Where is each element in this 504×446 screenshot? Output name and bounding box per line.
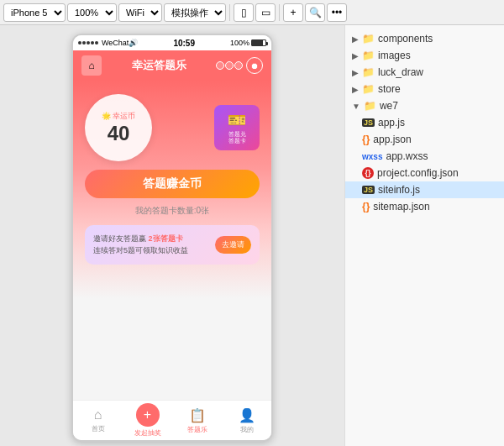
home-nav-label: 首页 xyxy=(92,424,105,433)
folder-icon: 📁 xyxy=(362,83,375,95)
promo-text: 邀请好友答题赢 2张答题卡 连续答对5题可领取知识收益 xyxy=(93,233,188,256)
time-display: 10:59 xyxy=(173,39,195,48)
lottery-nav-label: 发起抽奖 xyxy=(134,428,161,438)
folder-name: components xyxy=(378,33,433,45)
nav-home-button[interactable]: ⌂ xyxy=(81,55,102,76)
wxss-icon: wxss xyxy=(362,152,382,161)
home-nav-icon: ⌂ xyxy=(94,407,102,422)
promo-highlight: 2张答题卡 xyxy=(149,234,183,243)
file-app-json[interactable]: {} app.json xyxy=(345,131,504,148)
carrier-label: WeChat🔊 xyxy=(102,39,138,47)
quiz-nav-icon: 📋 xyxy=(189,407,206,423)
js-icon: JS xyxy=(362,186,375,194)
divider-2 xyxy=(279,4,280,21)
coin-label: 🌟 幸运币 xyxy=(102,111,136,122)
folder-name: store xyxy=(378,83,401,95)
config-icon: {} xyxy=(362,167,374,179)
status-right: 100% xyxy=(230,39,266,47)
mode-select[interactable]: 模拟操作 xyxy=(164,3,226,22)
home-icon: ⌂ xyxy=(88,60,94,71)
promo-line1: 邀请好友答题赢 xyxy=(93,234,146,243)
nav-title: 幸运答题乐 xyxy=(132,58,186,73)
js-icon: JS xyxy=(362,118,375,127)
folder-icon: 📁 xyxy=(362,33,375,45)
arrow-icon: ▶ xyxy=(352,34,359,44)
nav-right-controls: ⏺ xyxy=(216,57,263,74)
coin-section: 🌟 幸运币 40 🎫 答题兑答题卡 xyxy=(85,94,260,161)
folder-icon: 📁 xyxy=(362,66,375,78)
main-area: WeChat🔊 10:59 100% ⌂ 幸运答题乐 xyxy=(0,25,504,446)
top-toolbar: iPhone 5 100% WiFi 模拟操作 ▯ ▭ + 🔍 ••• xyxy=(0,0,504,25)
file-siteinfo-js[interactable]: JS siteinfo.js xyxy=(345,181,504,198)
file-tree-sidebar: ▶ 📁 components ▶ 📁 images ▶ 📁 luck_draw … xyxy=(344,25,504,446)
card-icon-graphic: 🎫 xyxy=(228,111,246,129)
nav-item-quiz[interactable]: 📋 答题乐 xyxy=(172,407,222,434)
folder-name: luck_draw xyxy=(378,66,423,78)
promo-invite-button[interactable]: 去邀请 xyxy=(215,236,251,254)
wechat-nav-bar: ⌂ 幸运答题乐 ⏺ xyxy=(73,50,271,81)
file-app-js[interactable]: JS app.js xyxy=(345,114,504,131)
arrow-expanded-icon: ▼ xyxy=(352,102,360,111)
quiz-nav-label: 答题乐 xyxy=(187,425,207,434)
divider-1 xyxy=(229,4,230,21)
folder-icon: 📁 xyxy=(362,50,375,61)
nav-item-lottery[interactable]: + 发起抽奖 xyxy=(123,403,172,438)
nav-dots-button[interactable] xyxy=(216,61,243,70)
folder-components[interactable]: ▶ 📁 components xyxy=(345,30,504,47)
file-app-wxss[interactable]: wxss app.wxss xyxy=(345,148,504,165)
battery-icon xyxy=(251,39,266,46)
file-name: app.json xyxy=(373,134,411,145)
arrow-icon: ▶ xyxy=(352,85,359,94)
folder-images[interactable]: ▶ 📁 images xyxy=(345,47,504,64)
folder-we7[interactable]: ▼ 📁 we7 xyxy=(345,97,504,114)
top-gradient-section: 🌟 幸运币 40 🎫 答题兑答题卡 答题赚金币 我的答题卡数量:0张 xyxy=(73,81,271,298)
earn-button[interactable]: 答题赚金币 xyxy=(85,170,260,198)
phone-bottom-nav: ⌂ 首页 + 发起抽奖 📋 答题乐 👤 我的 xyxy=(73,400,271,440)
new-tab-btn[interactable]: + xyxy=(283,3,303,22)
coin-number: 40 xyxy=(108,122,130,145)
phone-area: WeChat🔊 10:59 100% ⌂ 幸运答题乐 xyxy=(0,25,344,446)
file-name: sitemap.json xyxy=(373,201,429,213)
card-count-label: 我的答题卡数量:0张 xyxy=(85,205,260,217)
arrow-icon: ▶ xyxy=(352,51,359,60)
file-project-config[interactable]: {} project.config.json xyxy=(345,165,504,181)
lottery-plus-icon: + xyxy=(136,403,160,427)
phone-content: 🌟 幸运币 40 🎫 答题兑答题卡 答题赚金币 我的答题卡数量:0张 xyxy=(73,81,271,400)
lucky-coin-box: 🌟 幸运币 40 xyxy=(85,94,152,161)
folder-name: we7 xyxy=(380,100,398,112)
more-btn[interactable]: ••• xyxy=(327,3,347,22)
file-name: app.wxss xyxy=(386,150,428,162)
card-icon-box[interactable]: 🎫 答题兑答题卡 xyxy=(214,105,260,150)
file-name: siteinfo.js xyxy=(378,184,420,196)
json-icon: {} xyxy=(362,201,370,213)
profile-nav-icon: 👤 xyxy=(239,407,255,423)
rotate-portrait-btn[interactable]: ▯ xyxy=(234,3,254,22)
json-icon: {} xyxy=(362,134,370,145)
promo-banner: 邀请好友答题赢 2张答题卡 连续答对5题可领取知识收益 去邀请 xyxy=(85,225,260,265)
folder-store[interactable]: ▶ 📁 store xyxy=(345,81,504,97)
signal-dots xyxy=(78,41,98,45)
folder-icon: 📁 xyxy=(364,100,376,112)
device-select[interactable]: iPhone 5 xyxy=(3,3,66,22)
file-name: project.config.json xyxy=(377,167,459,179)
nav-item-home[interactable]: ⌂ 首页 xyxy=(73,407,123,433)
file-sitemap-json[interactable]: {} sitemap.json xyxy=(345,198,504,215)
network-select[interactable]: WiFi xyxy=(118,3,162,22)
folder-name: images xyxy=(378,50,411,61)
nav-record-button[interactable]: ⏺ xyxy=(246,57,263,74)
nav-item-profile[interactable]: 👤 我的 xyxy=(222,407,271,434)
status-left: WeChat🔊 xyxy=(78,39,138,47)
zoom-select[interactable]: 100% xyxy=(67,3,117,22)
arrow-icon: ▶ xyxy=(352,68,359,77)
rotate-landscape-btn[interactable]: ▭ xyxy=(255,3,276,22)
promo-line2: 连续答对5题可领取知识收益 xyxy=(93,246,188,254)
card-icon-label: 答题兑答题卡 xyxy=(228,131,246,145)
phone-status-bar: WeChat🔊 10:59 100% xyxy=(73,35,271,50)
search-btn[interactable]: 🔍 xyxy=(305,3,325,22)
profile-nav-label: 我的 xyxy=(240,425,254,434)
battery-label: 100% xyxy=(230,39,249,47)
folder-luck-draw[interactable]: ▶ 📁 luck_draw xyxy=(345,64,504,81)
file-name: app.js xyxy=(378,117,405,129)
phone-frame: WeChat🔊 10:59 100% ⌂ 幸运答题乐 xyxy=(71,34,273,442)
